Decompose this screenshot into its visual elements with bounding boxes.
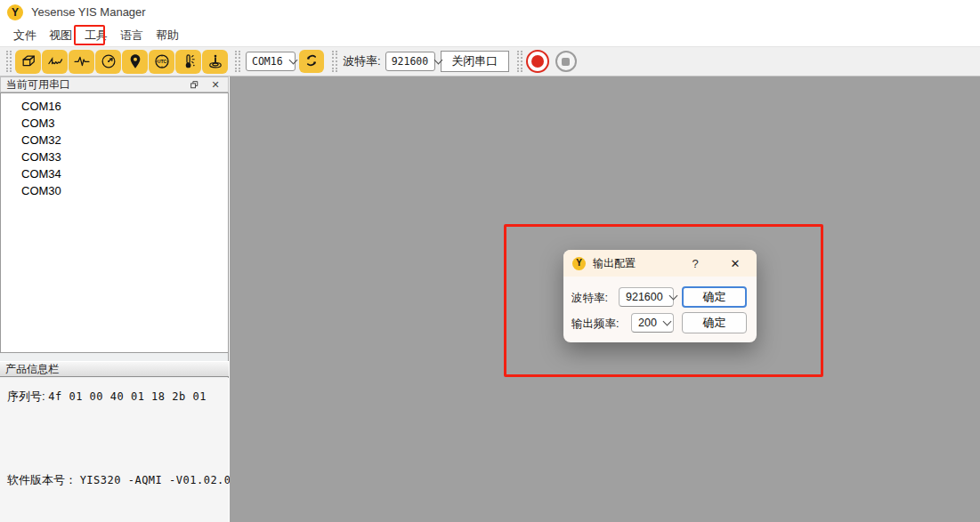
utc-clock-icon: UTC <box>153 52 171 70</box>
toolbar-grip[interactable] <box>332 51 337 72</box>
tool-button-gauge[interactable] <box>95 50 121 74</box>
dialog-baud-value: 921600 <box>626 291 663 303</box>
serial-number-value: 4f 01 00 40 01 18 2b 01 <box>48 390 207 403</box>
yesense-logo-icon: Y <box>7 4 23 20</box>
waveform-icon <box>46 52 64 70</box>
stop-icon <box>562 58 570 66</box>
dialog-help-button[interactable]: ? <box>686 250 704 277</box>
title-bar: Y Yesense YIS Manager <box>0 0 980 24</box>
window-title: Yesense YIS Manager <box>31 5 146 19</box>
software-version-row: 软件版本号： YIS320 -AQMI -V01.02.03; <box>7 472 245 488</box>
menu-tools[interactable]: 工具 <box>78 24 114 47</box>
location-pin-icon <box>126 52 144 70</box>
serial-number-label: 序列号: <box>7 389 45 403</box>
menu-bar: 文件 视图 工具 语言 帮助 <box>0 24 980 46</box>
record-icon <box>531 55 544 68</box>
gauge-icon <box>100 52 117 70</box>
toolbar-grip[interactable] <box>235 51 240 72</box>
chevron-down-icon <box>668 291 677 300</box>
serial-ports-panel: 当前可用串口 ✕ COM16 COM3 COM32 COM33 COM34 CO… <box>0 76 229 522</box>
product-info-title: 产品信息栏 <box>5 362 59 377</box>
refresh-ports-button[interactable] <box>299 50 324 73</box>
dialog-frequency-label: 输出频率: <box>571 317 619 332</box>
record-button[interactable] <box>526 50 549 73</box>
toolbar-grip[interactable] <box>6 51 12 72</box>
baud-rate-label: 波特率: <box>343 53 381 69</box>
software-version-label: 软件版本号： <box>7 473 77 486</box>
svg-text:UTC: UTC <box>157 59 166 64</box>
com-port-value: COM16 <box>252 55 283 68</box>
cube-icon <box>20 52 37 70</box>
baud-rate-select[interactable]: 921600 <box>385 52 435 71</box>
pulse-icon <box>73 52 91 70</box>
refresh-icon <box>304 52 320 71</box>
tool-button-wave-chart[interactable] <box>42 50 68 74</box>
dialog-baud-ok-button[interactable]: 确定 <box>682 286 747 308</box>
menu-help[interactable]: 帮助 <box>150 24 185 47</box>
com-port-select[interactable]: COM16 <box>246 52 296 71</box>
chevron-down-icon <box>288 55 297 64</box>
product-info-header: 产品信息栏 <box>0 361 229 377</box>
dialog-baud-label: 波特率: <box>571 291 608 306</box>
baud-rate-value: 921600 <box>392 55 429 68</box>
list-item-port[interactable]: COM16 <box>1 98 228 115</box>
dialog-frequency-select[interactable]: 200 <box>631 313 674 333</box>
close-serial-port-button[interactable]: 关闭串口 <box>441 51 509 72</box>
toolbar: UTC COM16 <box>0 46 980 76</box>
menu-file[interactable]: 文件 <box>7 24 43 47</box>
tool-button-temperature[interactable] <box>175 50 201 74</box>
menu-view[interactable]: 视图 <box>43 24 78 47</box>
serial-number-row: 序列号: 4f 01 00 40 01 18 2b 01 <box>7 389 207 405</box>
software-version-value: YIS320 -AQMI -V01.02.03; <box>80 474 245 486</box>
tool-button-3d-view[interactable] <box>15 50 41 74</box>
list-item-port[interactable]: COM34 <box>1 165 228 182</box>
chevron-down-icon <box>662 317 671 325</box>
dialog-baud-select[interactable]: 921600 <box>619 287 674 307</box>
output-config-dialog: Y 输出配置 ? ✕ 波特率: 921600 确定 输出频率: 200 确定 <box>563 250 757 342</box>
port-list: COM16 COM3 COM32 COM33 COM34 COM30 <box>0 92 229 353</box>
yesense-logo-icon: Y <box>572 257 586 270</box>
stylus-icon <box>207 52 224 70</box>
toolbar-grip[interactable] <box>517 51 522 72</box>
tool-button-attitude[interactable] <box>202 50 228 74</box>
tool-button-location[interactable] <box>122 50 148 74</box>
menu-language[interactable]: 语言 <box>114 24 150 47</box>
stop-button[interactable] <box>555 51 577 72</box>
tool-button-utc-time[interactable]: UTC <box>149 50 174 74</box>
dialog-frequency-ok-button[interactable]: 确定 <box>682 312 747 333</box>
ports-panel-header: 当前可用串口 ✕ <box>0 76 229 92</box>
tool-button-pulse-chart[interactable] <box>69 50 94 74</box>
close-icon[interactable]: ✕ <box>208 78 223 91</box>
list-item-port[interactable]: COM3 <box>1 115 228 132</box>
dialog-frequency-value: 200 <box>638 317 657 329</box>
thermometer-icon <box>180 52 198 70</box>
list-item-port[interactable]: COM30 <box>1 182 228 199</box>
dialog-close-icon[interactable]: ✕ <box>724 250 747 277</box>
list-item-port[interactable]: COM33 <box>1 149 228 165</box>
ports-panel-title: 当前可用串口 <box>6 77 180 92</box>
list-item-port[interactable]: COM32 <box>1 132 228 149</box>
float-panel-icon[interactable] <box>187 78 201 91</box>
dialog-title: 输出配置 <box>593 256 636 271</box>
product-info-body: 序列号: 4f 01 00 40 01 18 2b 01 软件版本号： YIS3… <box>0 378 229 522</box>
